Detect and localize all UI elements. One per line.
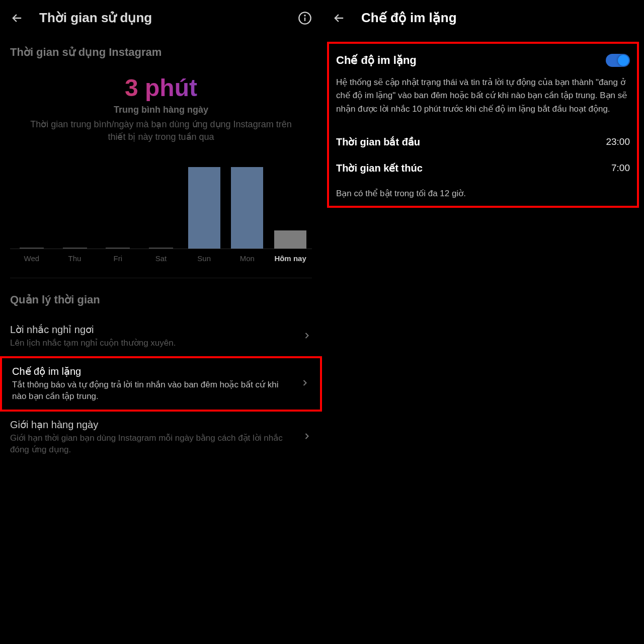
page-title: Chế độ im lặng bbox=[361, 10, 457, 26]
break-reminder-title: Lời nhắc nghỉ ngơi bbox=[10, 324, 296, 336]
chart-day-label: Thu bbox=[59, 254, 91, 263]
screen-time-section-title: Thời gian sử dụng Instagram bbox=[0, 36, 322, 64]
chart-day-label: Fri bbox=[102, 254, 134, 263]
info-icon[interactable] bbox=[298, 11, 312, 25]
back-button[interactable] bbox=[10, 11, 24, 25]
quiet-mode-description: Hệ thống sẽ cập nhật trạng thái và tin t… bbox=[336, 76, 630, 116]
right-header: Chế độ im lặng bbox=[322, 0, 644, 36]
chart-bar[interactable] bbox=[16, 248, 48, 249]
chart-day-label: Wed bbox=[16, 254, 48, 263]
page-title: Thời gian sử dụng bbox=[39, 10, 283, 26]
screen-time-panel: Thời gian sử dụng Thời gian sử dụng Inst… bbox=[0, 0, 322, 644]
chart-day-label: Hôm nay bbox=[274, 254, 306, 263]
chart-day-label: Sun bbox=[188, 254, 220, 263]
svg-point-2 bbox=[304, 15, 305, 16]
chart-bar[interactable] bbox=[102, 248, 134, 249]
daily-limit-title: Giới hạn hàng ngày bbox=[10, 419, 296, 431]
quiet-mode-settings-box: Chế độ im lặng Hệ thống sẽ cập nhật trạn… bbox=[327, 42, 639, 208]
end-time-label: Thời gian kết thúc bbox=[336, 162, 423, 174]
quiet-mode-toggle-row: Chế độ im lặng bbox=[336, 54, 630, 67]
manage-time-title: Quản lý thời gian bbox=[0, 278, 322, 316]
usage-chart: WedThuFriSatSunMonHôm nay bbox=[10, 158, 312, 278]
chart-day-label: Sat bbox=[145, 254, 177, 263]
chart-day-label: Mon bbox=[231, 254, 263, 263]
average-time-value: 3 phút bbox=[0, 74, 322, 102]
break-reminder-sub: Lên lịch nhắc tạm nghỉ cuộn thường xuyên… bbox=[10, 338, 296, 349]
chevron-right-icon bbox=[300, 378, 310, 390]
chart-bar[interactable] bbox=[231, 167, 263, 249]
end-time-value: 7:00 bbox=[611, 163, 630, 174]
toggle-knob bbox=[618, 55, 629, 66]
end-time-row[interactable]: Thời gian kết thúc 7:00 bbox=[336, 155, 630, 181]
chevron-right-icon bbox=[302, 331, 312, 343]
average-label: Trung bình hàng ngày bbox=[0, 105, 322, 115]
daily-limit-item[interactable]: Giới hạn hàng ngày Giới hạn thời gian bạ… bbox=[0, 412, 322, 463]
quiet-mode-toggle-label: Chế độ im lặng bbox=[336, 54, 417, 67]
start-time-label: Thời gian bắt đầu bbox=[336, 136, 420, 148]
chart-bar[interactable] bbox=[188, 167, 220, 249]
chart-bar[interactable] bbox=[59, 248, 91, 249]
daily-limit-sub: Giới hạn thời gian bạn dùng Instagram mỗ… bbox=[10, 433, 296, 456]
break-reminder-item[interactable]: Lời nhắc nghỉ ngơi Lên lịch nhắc tạm ngh… bbox=[0, 316, 322, 356]
quiet-mode-toggle[interactable] bbox=[606, 54, 630, 67]
back-button[interactable] bbox=[332, 11, 346, 25]
quiet-mode-sub: Tắt thông báo và tự động trả lời tin nhắ… bbox=[12, 379, 294, 403]
left-header: Thời gian sử dụng bbox=[0, 0, 322, 36]
start-time-value: 23:00 bbox=[606, 136, 630, 147]
start-time-row[interactable]: Thời gian bắt đầu 23:00 bbox=[336, 129, 630, 155]
chart-bar[interactable] bbox=[145, 248, 177, 249]
average-description: Thời gian trung bình/ngày mà bạn dùng ứn… bbox=[0, 115, 322, 143]
quiet-mode-panel: Chế độ im lặng Chế độ im lặng Hệ thống s… bbox=[322, 0, 644, 644]
quiet-mode-item[interactable]: Chế độ im lặng Tắt thông báo và tự động … bbox=[0, 356, 322, 412]
chevron-right-icon bbox=[302, 431, 312, 443]
quiet-mode-title: Chế độ im lặng bbox=[12, 365, 294, 377]
max-duration-note: Bạn có thể bật trong tối đa 12 giờ. bbox=[336, 188, 630, 199]
chart-bar[interactable] bbox=[274, 230, 306, 249]
